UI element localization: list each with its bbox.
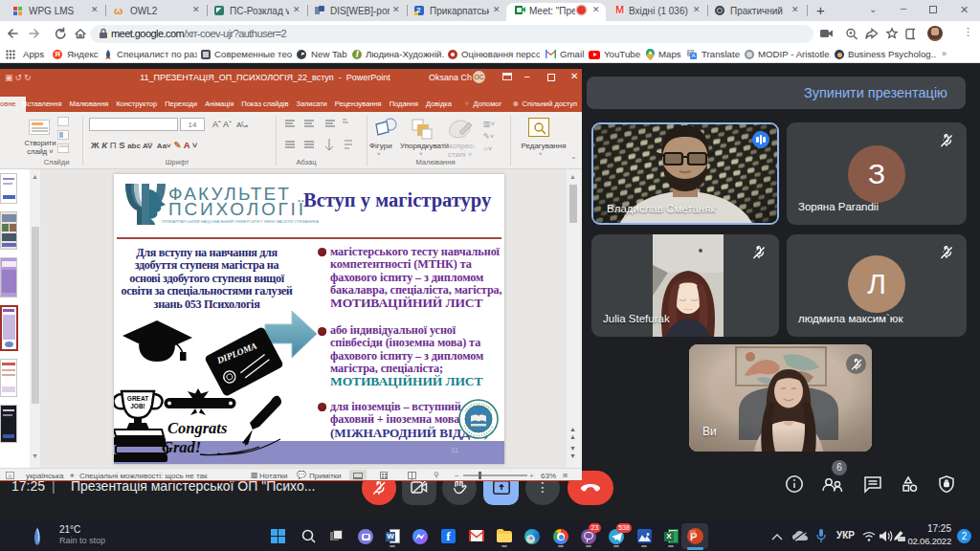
svg-text:Congrats: Congrats bbox=[167, 419, 227, 437]
svg-text:GREAT: GREAT bbox=[127, 395, 148, 402]
svg-text:JOB!: JOB! bbox=[130, 403, 145, 409]
